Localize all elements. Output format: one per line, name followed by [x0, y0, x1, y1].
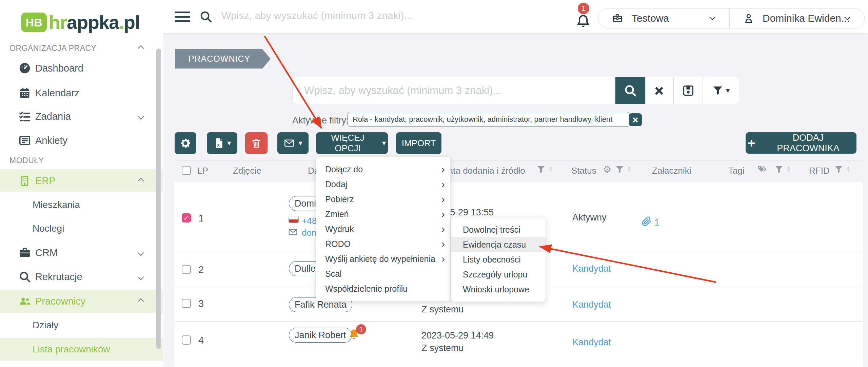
gear-icon[interactable]: ⚙: [603, 164, 611, 175]
notification-badge[interactable]: 1: [577, 2, 590, 15]
app-logo[interactable]: HB hrappka.pl: [21, 12, 140, 33]
sidebar-item-lista-pracownikow[interactable]: Lista pracowników: [0, 338, 163, 361]
hamburger-menu-icon[interactable]: [175, 12, 190, 25]
column-header-rfid[interactable]: RFID: [809, 166, 830, 176]
menu-item-zmien[interactable]: Zmień›: [316, 207, 450, 221]
sidebar-item-crm[interactable]: CRM: [0, 241, 163, 264]
submenu-item-szczegoly-urlopu[interactable]: Szczegóły urlopu: [451, 267, 546, 282]
table-search-input[interactable]: [292, 77, 615, 104]
clear-search-button[interactable]: +: [645, 77, 674, 104]
chevron-up-icon: [138, 45, 144, 51]
global-search-input[interactable]: [221, 9, 459, 22]
row-checkbox[interactable]: [182, 299, 191, 308]
attachment-count[interactable]: 1: [654, 217, 659, 228]
select-all-checkbox[interactable]: [182, 166, 191, 175]
sidebar-item-mieszkania[interactable]: Mieszkania: [0, 193, 163, 216]
row-checkbox[interactable]: [182, 265, 191, 274]
filter-chip: Rola - kandydat, pracownik, użytkownik, …: [348, 112, 630, 127]
column-header-attachments[interactable]: Załączniki: [652, 166, 691, 176]
sidebar-scrollbar[interactable]: [156, 49, 161, 349]
import-button[interactable]: IMPORT: [396, 132, 441, 154]
column-header-date[interactable]: Data dodania i źródło: [442, 166, 525, 176]
sort-icon[interactable]: ▴▾: [786, 165, 791, 172]
submenu-item-dowolnej-tresci[interactable]: Dowolnej treści: [451, 222, 546, 237]
sidebar-section-organizacja-pracy[interactable]: ORGANIZACJA PRACY: [0, 37, 163, 60]
chevron-up-icon: [138, 298, 144, 304]
tags-icon[interactable]: [757, 164, 767, 174]
column-header-status[interactable]: Status: [571, 166, 596, 176]
sidebar-item-rekrutacje[interactable]: Rekrutacje: [0, 265, 163, 288]
sort-icon[interactable]: ▴▾: [548, 165, 553, 172]
sidebar-item-kalendarz[interactable]: Kalendarz: [0, 81, 163, 104]
notification-badge: 1: [356, 324, 366, 334]
bell-icon[interactable]: [575, 14, 591, 31]
search-icon[interactable]: [199, 10, 213, 25]
menu-item-scal[interactable]: Scal: [316, 266, 450, 281]
menu-item-wspoldzielenie[interactable]: Współdzielenie profilu: [316, 281, 450, 296]
add-employee-button[interactable]: + DODAJ PRACOWNIKA: [746, 132, 856, 154]
row-source: Z systemu: [421, 343, 464, 353]
funnel-icon[interactable]: [774, 165, 784, 174]
gauge-icon: [18, 62, 31, 75]
search-button[interactable]: [615, 77, 645, 104]
menu-item-rodo[interactable]: RODO›: [316, 236, 450, 251]
excel-file-icon: x: [213, 137, 224, 149]
row-lp: 4: [198, 335, 204, 346]
column-header-tags[interactable]: Tagi: [728, 166, 745, 176]
funnel-icon[interactable]: [536, 165, 546, 174]
phone-link[interactable]: +48: [302, 216, 317, 226]
funnel-icon[interactable]: [834, 165, 843, 174]
company-selector[interactable]: Testowa: [632, 13, 669, 24]
sidebar-item-dzialy[interactable]: Działy: [0, 314, 163, 337]
sidebar-item-noclegi[interactable]: Noclegi: [0, 217, 163, 240]
column-header-photo[interactable]: Zdjęcie: [233, 166, 261, 176]
user-menu[interactable]: Dominika Ewiden...: [763, 13, 850, 24]
chevron-down-icon[interactable]: [710, 15, 715, 20]
sidebar-item-pracownicy[interactable]: Pracownicy: [0, 290, 163, 313]
sidebar-item-erp[interactable]: ERP: [0, 169, 163, 192]
funnel-icon[interactable]: [615, 165, 624, 174]
status-value[interactable]: Kandydat: [572, 264, 611, 274]
row-checkbox[interactable]: [182, 335, 191, 345]
clear-icon: +: [649, 80, 670, 101]
sidebar-item-ankiety[interactable]: Ankiety: [0, 129, 163, 152]
divider: [175, 363, 863, 363]
sidebar-item-dashboard[interactable]: Dashboard: [0, 57, 163, 80]
column-header-lp[interactable]: LP: [197, 166, 208, 176]
save-filter-button[interactable]: [674, 77, 703, 104]
chevron-down-icon: [138, 113, 144, 119]
remove-filter-button[interactable]: +: [629, 113, 642, 126]
employee-name-chip[interactable]: Janik Robert: [289, 328, 352, 343]
chevron-down-icon: ▾: [227, 139, 231, 147]
topbar: 1 Testowa Dominika Ewiden...: [163, 0, 868, 33]
submenu-item-listy-obecnosci[interactable]: Listy obecności: [451, 252, 546, 267]
row-checkbox[interactable]: ✓: [182, 213, 191, 223]
menu-item-dolacz-do[interactable]: Dołącz do›: [316, 162, 450, 177]
chevron-down-icon: ▾: [298, 139, 302, 147]
settings-button[interactable]: [175, 132, 196, 154]
sort-icon[interactable]: ▴▾: [846, 165, 851, 172]
sort-icon[interactable]: ▴▾: [627, 165, 632, 172]
menu-item-wydruk[interactable]: Wydruk›: [316, 221, 450, 236]
email-button[interactable]: ▾: [277, 132, 309, 154]
filter-options-button[interactable]: ▾: [703, 77, 739, 104]
export-button[interactable]: x ▾: [207, 132, 237, 154]
status-value[interactable]: Kandydat: [572, 337, 611, 348]
menu-item-pobierz[interactable]: Pobierz›: [316, 192, 450, 207]
calendar-icon: [18, 86, 31, 99]
sidebar-item-zadania[interactable]: Zadania: [0, 105, 163, 128]
people-icon: [18, 295, 31, 308]
paperclip-icon[interactable]: [642, 216, 652, 228]
menu-item-dodaj[interactable]: Dodaj›: [316, 177, 450, 192]
poland-flag-icon: [289, 216, 299, 223]
close-icon: +: [629, 113, 642, 126]
status-value[interactable]: Kandydat: [572, 300, 611, 310]
chevron-up-icon: [138, 178, 144, 184]
submenu-item-wnioski-urlopowe[interactable]: Wnioski urlopowe: [451, 282, 546, 297]
menu-item-wyslij-ankiete[interactable]: Wyślij ankietę do wypełnienia›: [316, 251, 450, 266]
more-options-button[interactable]: WIĘCEJ OPCJI ▾: [316, 132, 388, 154]
sidebar-section-moduly[interactable]: MODUŁY: [0, 150, 163, 171]
delete-button[interactable]: [245, 132, 268, 154]
submenu-item-ewidencja-czasu[interactable]: Ewidencja czasu: [451, 237, 546, 252]
status-value: Aktywny: [572, 212, 607, 223]
